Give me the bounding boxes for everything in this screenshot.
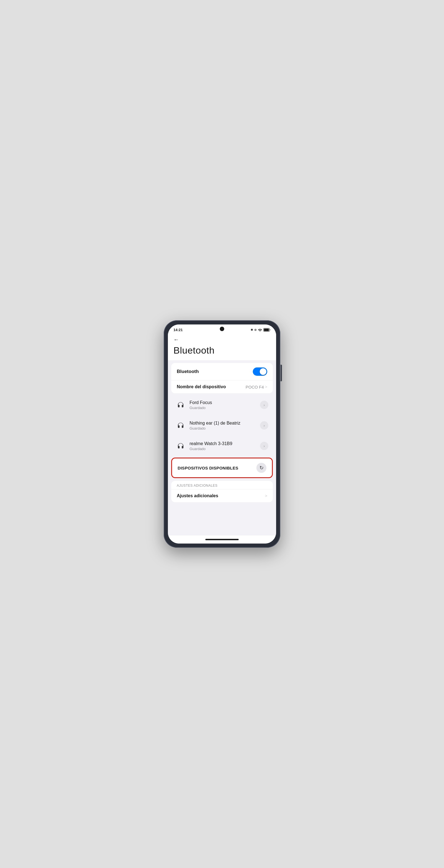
toggle-knob	[260, 368, 266, 375]
bluetooth-label: Bluetooth	[177, 369, 199, 374]
back-button[interactable]: ←	[173, 336, 179, 343]
content-area: ← Bluetooth Bluetooth Nombre del disposi…	[168, 334, 276, 535]
device-status-nothing: Guardado	[189, 426, 256, 430]
device-name-chevron: >	[265, 385, 267, 389]
svg-rect-1	[264, 329, 269, 331]
device-item[interactable]: Ford Focus Guardado ›	[171, 396, 273, 414]
headset-icon	[176, 400, 186, 410]
camera-notch	[220, 327, 224, 331]
additional-settings-header: AJUSTES ADICIONALES	[171, 481, 273, 489]
bluetooth-toggle-row: Bluetooth	[171, 363, 273, 380]
device-name-label: Nombre del dispositivo	[177, 384, 226, 389]
blocked-icon: ⊗	[254, 328, 257, 332]
device-name-ford: Ford Focus	[189, 400, 256, 405]
additional-settings-section: AJUSTES ADICIONALES Ajustes adicionales …	[171, 481, 273, 502]
device-status-realme: Guardado	[189, 447, 256, 451]
device-chevron-realme[interactable]: ›	[260, 442, 268, 450]
device-info: Nothing ear (1) de Beatriz Guardado	[189, 421, 256, 430]
additional-settings-label: Ajustes adicionales	[177, 493, 218, 498]
wifi-icon	[258, 328, 262, 332]
status-icons: ✱ ⊗	[250, 328, 271, 332]
page-title: Bluetooth	[173, 345, 271, 356]
device-chevron-ford[interactable]: ›	[260, 401, 268, 409]
device-info: Ford Focus Guardado	[189, 400, 256, 410]
available-devices-label: DISPOSITIVOS DISPONIBLES	[178, 466, 238, 470]
device-item[interactable]: Nothing ear (1) de Beatriz Guardado ›	[171, 416, 273, 434]
home-indicator-bar[interactable]	[205, 539, 239, 540]
headset-icon	[176, 421, 186, 430]
device-status-ford: Guardado	[189, 406, 256, 410]
bluetooth-icon: ✱	[250, 328, 253, 332]
bluetooth-section: Bluetooth Nombre del dispositivo POCO F4…	[171, 363, 273, 393]
phone-frame: 14:21 ✱ ⊗	[164, 320, 280, 548]
refresh-button[interactable]: ↻	[257, 463, 266, 473]
device-name-realme: realme Watch 3-31B9	[189, 441, 256, 446]
additional-settings-chevron: >	[265, 494, 267, 498]
bluetooth-toggle[interactable]	[253, 367, 267, 376]
bottom-indicator	[168, 535, 276, 544]
status-time: 14:21	[173, 328, 183, 332]
paired-devices-list: Ford Focus Guardado › Nothing ear (1) de…	[171, 396, 273, 455]
available-devices-section[interactable]: DISPOSITIVOS DISPONIBLES ↻	[171, 458, 273, 478]
device-info: realme Watch 3-31B9 Guardado	[189, 441, 256, 451]
device-name-nothing: Nothing ear (1) de Beatriz	[189, 421, 256, 426]
page-header: ← Bluetooth	[168, 334, 276, 360]
phone-screen: 14:21 ✱ ⊗	[168, 324, 276, 544]
device-name-row[interactable]: Nombre del dispositivo POCO F4 >	[171, 380, 273, 393]
headset-icon	[176, 441, 186, 451]
device-name-text: POCO F4	[245, 385, 264, 389]
refresh-icon: ↻	[260, 465, 264, 471]
battery-icon	[263, 328, 271, 332]
additional-settings-row[interactable]: Ajustes adicionales >	[171, 489, 273, 502]
device-chevron-nothing[interactable]: ›	[260, 421, 268, 430]
device-name-value: POCO F4 >	[245, 385, 267, 389]
device-item[interactable]: realme Watch 3-31B9 Guardado ›	[171, 437, 273, 455]
